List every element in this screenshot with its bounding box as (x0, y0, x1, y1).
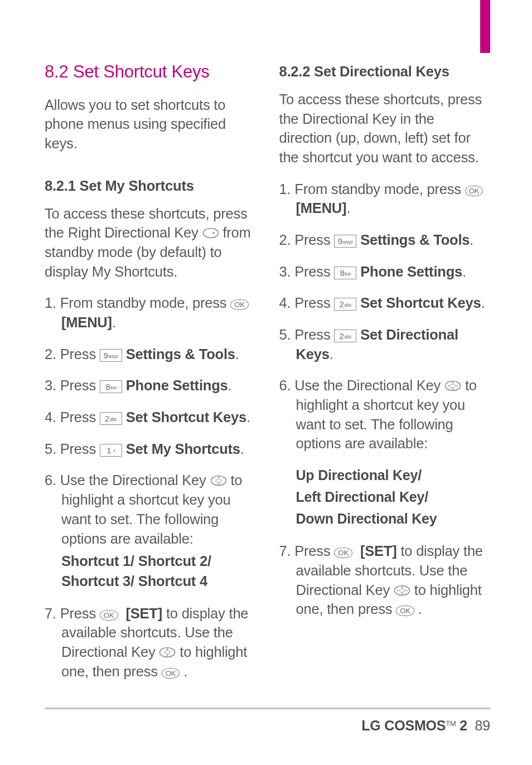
ok-key-icon: OK (230, 299, 249, 310)
svg-point-19 (402, 593, 403, 594)
svg-point-18 (402, 586, 403, 587)
key-8-icon: 8tuv (334, 267, 356, 279)
svg-point-11 (450, 384, 456, 388)
svg-point-12 (452, 382, 453, 383)
key-2-icon: 2abc (334, 298, 356, 311)
key-2-icon: 2abc (334, 330, 356, 342)
step-1: From standby mode, press OK [MENU]. (45, 293, 256, 332)
svg-point-4 (217, 477, 219, 478)
ok-key-icon: OK (334, 548, 352, 558)
subsection-heading-1: 8.2.1 Set My Shortcuts (45, 178, 256, 194)
svg-point-8 (167, 648, 168, 650)
step-6: Use the Directional Key to highlight a s… (279, 376, 491, 529)
subsection-heading-2: 8.2.2 Set Directional Keys (279, 64, 491, 80)
directional-key-icon (394, 585, 410, 596)
key-9-icon: 9wxyz (100, 349, 122, 362)
section-intro: Allows you to set shortcuts to phone men… (45, 95, 256, 153)
step-5: Press 1 ∘ Set My Shortcuts. (45, 439, 256, 459)
key-8-icon: 8tuv (100, 380, 122, 393)
content-columns: 8.2 Set Shortcut Keys Allows you to set … (45, 61, 490, 693)
svg-point-5 (217, 483, 219, 485)
svg-point-13 (452, 389, 453, 390)
key-1-icon: 1 ∘ (100, 444, 122, 457)
key-2-icon: 2abc (100, 412, 122, 425)
subsection-intro-1: To access these shortcuts, press the Rig… (45, 204, 256, 282)
ok-key-icon: OK (396, 606, 414, 616)
svg-point-3 (216, 479, 221, 483)
step-3: Press 8tuv Phone Settings. (45, 376, 256, 395)
accent-tab (480, 0, 490, 53)
subsection-intro-2: To access these shortcuts, press the Dir… (279, 90, 491, 167)
step-2: Press 9wxyz Settings & Tools. (279, 230, 491, 250)
step-4: Press 2abc Set Shortcut Keys. (45, 408, 256, 427)
key-9-icon: 9wxyz (334, 235, 356, 248)
ok-key-icon: OK (100, 610, 118, 621)
directional-key-icon (210, 475, 227, 486)
subsection-title: Set My Shortcuts (80, 178, 194, 193)
svg-point-21 (406, 589, 407, 590)
svg-point-14 (448, 385, 449, 386)
subsection-number: 8.2.1 (45, 178, 76, 193)
footer-rule (45, 708, 490, 709)
svg-point-7 (165, 651, 170, 655)
footer-model: 2 (460, 718, 467, 733)
directional-key-icon (159, 647, 176, 658)
step-7: Press OK [SET] to display the available … (45, 604, 256, 681)
svg-point-17 (399, 588, 405, 592)
subsection-title: Set Directional Keys (314, 64, 449, 79)
step-2: Press 9wxyz Settings & Tools. (45, 345, 256, 364)
ok-key-icon: OK (465, 186, 483, 196)
directional-key-icon (444, 380, 461, 391)
svg-point-0 (203, 229, 218, 238)
footer-brand: LG COSMOS (361, 718, 446, 733)
step-6-options: Up Directional Key/ Left Directional Key… (296, 464, 491, 529)
svg-point-1 (212, 233, 215, 235)
step-1: From standby mode, press OK [MENU]. (279, 180, 491, 218)
ok-key-icon: OK (162, 668, 180, 679)
page-footer: LG COSMOSTM 2 89 (361, 718, 490, 734)
steps-list-1: From standby mode, press OK [MENU]. Pres… (45, 293, 256, 681)
step-6-options: Shortcut 1/ Shortcut 2/ Shortcut 3/ Shor… (61, 551, 256, 591)
step-7: Press OK [SET] to display the available … (279, 541, 491, 619)
step-6: Use the Directional Key to highlight a s… (45, 471, 256, 591)
section-heading: 8.2 Set Shortcut Keys (45, 61, 256, 83)
svg-point-15 (457, 385, 458, 386)
page: 8.2 Set Shortcut Keys Allows you to set … (0, 0, 532, 765)
step-3: Press 8tuv Phone Settings. (279, 262, 491, 282)
section-title: Set Shortcut Keys (73, 62, 210, 81)
svg-point-9 (167, 655, 168, 656)
right-directional-key-icon (202, 227, 219, 239)
trademark-symbol: TM (446, 719, 456, 728)
steps-list-2: From standby mode, press OK [MENU]. Pres… (279, 180, 491, 619)
page-number: 89 (475, 718, 490, 733)
step-4: Press 2abc Set Shortcut Keys. (279, 293, 491, 313)
svg-point-20 (397, 589, 398, 590)
subsection-number: 8.2.2 (279, 64, 311, 79)
section-number: 8.2 (45, 62, 69, 81)
right-column: 8.2.2 Set Directional Keys To access the… (279, 61, 491, 693)
left-column: 8.2 Set Shortcut Keys Allows you to set … (45, 61, 256, 693)
step-5: Press 2abc Set Directional Keys. (279, 325, 491, 364)
